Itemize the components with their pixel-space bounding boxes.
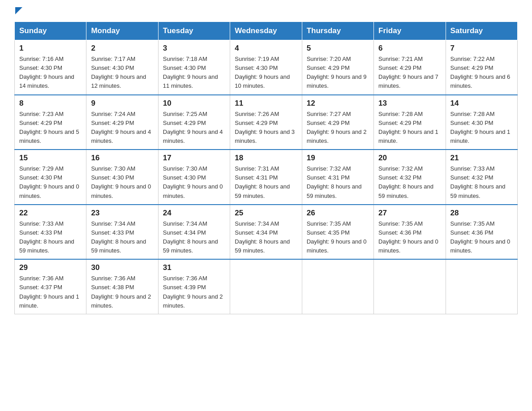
- day-number: 23: [91, 209, 153, 218]
- calendar-cell: 10Sunrise: 7:25 AMSunset: 4:29 PMDayligh…: [158, 95, 230, 150]
- calendar-cell: 13Sunrise: 7:28 AMSunset: 4:29 PMDayligh…: [374, 95, 446, 150]
- day-number: 9: [91, 99, 153, 108]
- calendar-cell: 22Sunrise: 7:33 AMSunset: 4:33 PMDayligh…: [15, 205, 86, 260]
- calendar-cell: 25Sunrise: 7:34 AMSunset: 4:34 PMDayligh…: [230, 205, 302, 260]
- day-number: 22: [19, 209, 82, 218]
- day-info: Sunrise: 7:30 AMSunset: 4:30 PMDaylight:…: [91, 164, 153, 201]
- day-info: Sunrise: 7:28 AMSunset: 4:30 PMDaylight:…: [450, 110, 513, 146]
- day-number: 18: [235, 154, 297, 163]
- calendar-cell: 30Sunrise: 7:36 AMSunset: 4:38 PMDayligh…: [86, 259, 158, 314]
- calendar-cell: 20Sunrise: 7:32 AMSunset: 4:32 PMDayligh…: [374, 150, 446, 205]
- day-number: 7: [450, 44, 513, 53]
- week-row-1: 1Sunrise: 7:16 AMSunset: 4:30 PMDaylight…: [15, 40, 518, 95]
- calendar-cell: 19Sunrise: 7:32 AMSunset: 4:31 PMDayligh…: [302, 150, 373, 205]
- day-number: 3: [163, 44, 225, 53]
- day-info: Sunrise: 7:36 AMSunset: 4:38 PMDaylight:…: [91, 274, 153, 310]
- calendar-cell: 15Sunrise: 7:29 AMSunset: 4:30 PMDayligh…: [15, 150, 86, 205]
- day-info: Sunrise: 7:36 AMSunset: 4:39 PMDaylight:…: [163, 274, 225, 310]
- day-number: 2: [91, 44, 153, 53]
- day-number: 13: [378, 99, 441, 108]
- day-info: Sunrise: 7:24 AMSunset: 4:29 PMDaylight:…: [91, 110, 153, 146]
- day-number: 6: [378, 44, 441, 53]
- day-info: Sunrise: 7:18 AMSunset: 4:30 PMDaylight:…: [163, 55, 225, 91]
- day-info: Sunrise: 7:32 AMSunset: 4:31 PMDaylight:…: [307, 164, 369, 201]
- day-info: Sunrise: 7:34 AMSunset: 4:34 PMDaylight:…: [163, 219, 225, 256]
- calendar-cell: 24Sunrise: 7:34 AMSunset: 4:34 PMDayligh…: [158, 205, 230, 260]
- day-number: 26: [307, 209, 369, 218]
- day-number: 30: [91, 263, 153, 272]
- day-number: 25: [235, 209, 297, 218]
- calendar-cell: 12Sunrise: 7:27 AMSunset: 4:29 PMDayligh…: [302, 95, 373, 150]
- day-info: Sunrise: 7:28 AMSunset: 4:29 PMDaylight:…: [378, 110, 441, 146]
- day-number: 11: [235, 99, 297, 108]
- day-info: Sunrise: 7:22 AMSunset: 4:29 PMDaylight:…: [450, 55, 513, 91]
- day-number: 29: [19, 263, 82, 272]
- day-info: Sunrise: 7:33 AMSunset: 4:33 PMDaylight:…: [19, 219, 82, 256]
- week-row-2: 8Sunrise: 7:23 AMSunset: 4:29 PMDaylight…: [15, 95, 518, 150]
- header-wednesday: Wednesday: [230, 22, 302, 40]
- day-info: Sunrise: 7:33 AMSunset: 4:32 PMDaylight:…: [450, 164, 513, 201]
- calendar-cell: 17Sunrise: 7:30 AMSunset: 4:30 PMDayligh…: [158, 150, 230, 205]
- calendar-cell: 2Sunrise: 7:17 AMSunset: 4:30 PMDaylight…: [86, 40, 158, 95]
- week-row-4: 22Sunrise: 7:33 AMSunset: 4:33 PMDayligh…: [15, 205, 518, 260]
- day-number: 31: [163, 263, 225, 272]
- week-row-3: 15Sunrise: 7:29 AMSunset: 4:30 PMDayligh…: [15, 150, 518, 205]
- day-info: Sunrise: 7:30 AMSunset: 4:30 PMDaylight:…: [163, 164, 225, 201]
- calendar-cell: 8Sunrise: 7:23 AMSunset: 4:29 PMDaylight…: [15, 95, 86, 150]
- calendar-cell: [230, 259, 302, 314]
- calendar-cell: [374, 259, 446, 314]
- calendar-cell: 4Sunrise: 7:19 AMSunset: 4:30 PMDaylight…: [230, 40, 302, 95]
- day-number: 20: [378, 154, 441, 163]
- day-number: 10: [163, 99, 225, 108]
- day-number: 4: [235, 44, 297, 53]
- page-header: [14, 11, 518, 13]
- day-number: 28: [450, 209, 513, 218]
- calendar-cell: [302, 259, 373, 314]
- day-info: Sunrise: 7:35 AMSunset: 4:35 PMDaylight:…: [307, 219, 369, 256]
- header-friday: Friday: [374, 22, 446, 40]
- day-info: Sunrise: 7:20 AMSunset: 4:29 PMDaylight:…: [307, 55, 369, 91]
- day-number: 24: [163, 209, 225, 218]
- calendar-cell: 5Sunrise: 7:20 AMSunset: 4:29 PMDaylight…: [302, 40, 373, 95]
- week-row-5: 29Sunrise: 7:36 AMSunset: 4:37 PMDayligh…: [15, 259, 518, 314]
- day-number: 15: [19, 154, 82, 163]
- header-sunday: Sunday: [15, 22, 86, 40]
- day-info: Sunrise: 7:31 AMSunset: 4:31 PMDaylight:…: [235, 164, 297, 201]
- day-info: Sunrise: 7:21 AMSunset: 4:29 PMDaylight:…: [378, 55, 441, 91]
- day-info: Sunrise: 7:23 AMSunset: 4:29 PMDaylight:…: [19, 110, 82, 146]
- calendar-cell: 3Sunrise: 7:18 AMSunset: 4:30 PMDaylight…: [158, 40, 230, 95]
- calendar-cell: 6Sunrise: 7:21 AMSunset: 4:29 PMDaylight…: [374, 40, 446, 95]
- day-info: Sunrise: 7:34 AMSunset: 4:33 PMDaylight:…: [91, 219, 153, 256]
- day-info: Sunrise: 7:29 AMSunset: 4:30 PMDaylight:…: [19, 164, 82, 201]
- day-number: 8: [19, 99, 82, 108]
- day-number: 5: [307, 44, 369, 53]
- day-info: Sunrise: 7:32 AMSunset: 4:32 PMDaylight:…: [378, 164, 441, 201]
- calendar-cell: 14Sunrise: 7:28 AMSunset: 4:30 PMDayligh…: [446, 95, 517, 150]
- day-info: Sunrise: 7:25 AMSunset: 4:29 PMDaylight:…: [163, 110, 225, 146]
- calendar-cell: 7Sunrise: 7:22 AMSunset: 4:29 PMDaylight…: [446, 40, 517, 95]
- calendar-cell: 1Sunrise: 7:16 AMSunset: 4:30 PMDaylight…: [15, 40, 86, 95]
- calendar-cell: 21Sunrise: 7:33 AMSunset: 4:32 PMDayligh…: [446, 150, 517, 205]
- calendar-cell: 18Sunrise: 7:31 AMSunset: 4:31 PMDayligh…: [230, 150, 302, 205]
- day-number: 21: [450, 154, 513, 163]
- day-number: 17: [163, 154, 225, 163]
- day-info: Sunrise: 7:16 AMSunset: 4:30 PMDaylight:…: [19, 55, 82, 91]
- calendar-cell: 11Sunrise: 7:26 AMSunset: 4:29 PMDayligh…: [230, 95, 302, 150]
- calendar-table: SundayMondayTuesdayWednesdayThursdayFrid…: [14, 21, 518, 314]
- day-number: 16: [91, 154, 153, 163]
- calendar-cell: 27Sunrise: 7:35 AMSunset: 4:36 PMDayligh…: [374, 205, 446, 260]
- header-saturday: Saturday: [446, 22, 517, 40]
- logo: [14, 11, 22, 12]
- header-monday: Monday: [86, 22, 158, 40]
- day-info: Sunrise: 7:36 AMSunset: 4:37 PMDaylight:…: [19, 274, 82, 310]
- day-info: Sunrise: 7:35 AMSunset: 4:36 PMDaylight:…: [450, 219, 513, 256]
- calendar-cell: 29Sunrise: 7:36 AMSunset: 4:37 PMDayligh…: [15, 259, 86, 314]
- day-number: 14: [450, 99, 513, 108]
- day-info: Sunrise: 7:27 AMSunset: 4:29 PMDaylight:…: [307, 110, 369, 146]
- day-info: Sunrise: 7:19 AMSunset: 4:30 PMDaylight:…: [235, 55, 297, 91]
- header-tuesday: Tuesday: [158, 22, 230, 40]
- calendar-cell: [446, 259, 517, 314]
- day-info: Sunrise: 7:34 AMSunset: 4:34 PMDaylight:…: [235, 219, 297, 256]
- day-number: 19: [307, 154, 369, 163]
- day-info: Sunrise: 7:17 AMSunset: 4:30 PMDaylight:…: [91, 55, 153, 91]
